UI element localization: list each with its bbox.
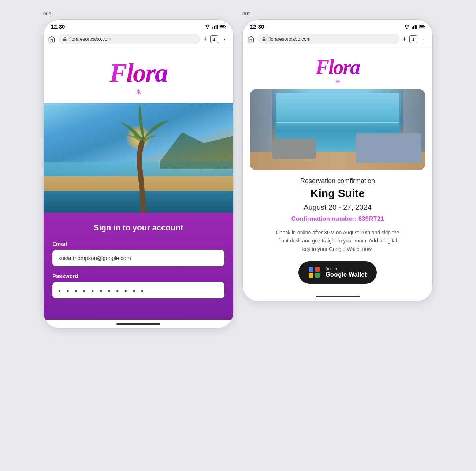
svg-rect-2 [216, 25, 217, 29]
room-image-inner [250, 89, 425, 170]
password-dots: ● ● ● ● ● ● ● ● ● ● ● [58, 288, 146, 293]
status-icons-1 [205, 25, 226, 29]
wallet-name-text: Google Wallet [326, 271, 367, 278]
wallet-icon-yellow [309, 273, 313, 278]
flora-asterisk-1: ✳ [135, 88, 142, 96]
browser-chrome-2: floraresortcabo.com + 1 ⋮ [243, 32, 432, 48]
wallet-icon [309, 267, 320, 278]
home-indicator-1 [44, 320, 233, 328]
url-text-2: floraresortcabo.com [268, 36, 310, 42]
wallet-icon-green [315, 273, 320, 278]
logo-section-2: Flora ✳ [243, 48, 432, 89]
email-input[interactable] [52, 250, 224, 266]
svg-rect-3 [217, 25, 218, 29]
new-tab-icon-2[interactable]: + [402, 36, 406, 42]
date-range: August 20 - 27, 2024 [252, 203, 424, 212]
wallet-text: Add to Google Wallet [326, 266, 367, 279]
wifi-icon [205, 25, 211, 29]
battery-icon [220, 25, 226, 29]
phone-content-2: Flora ✳ [243, 48, 432, 301]
svg-rect-6 [225, 26, 226, 27]
svg-rect-0 [212, 27, 213, 29]
url-text-1: floraresortcabo.com [69, 36, 111, 42]
email-label: Email [52, 241, 224, 247]
status-time-2: 12:30 [250, 23, 264, 30]
address-bar-1[interactable]: floraresortcabo.com [58, 34, 200, 44]
wifi-icon-2 [404, 25, 410, 29]
reservation-content: Reservation comfirmation King Suite Augu… [243, 170, 432, 291]
add-to-wallet-button[interactable]: Add to Google Wallet [298, 261, 377, 284]
flora-logo-2: Flora [316, 57, 360, 77]
svg-rect-9 [413, 26, 414, 29]
status-time-1: 12:30 [51, 23, 65, 30]
svg-rect-8 [412, 27, 413, 29]
wallet-add-to-text: Add to [326, 266, 337, 271]
svg-rect-7 [63, 39, 67, 41]
status-bar-2: 12:30 [243, 20, 432, 32]
sign-in-title: Sign in to your account [52, 223, 224, 233]
new-tab-icon-1[interactable]: + [203, 36, 207, 42]
beach-image [44, 103, 233, 213]
browser-actions-1: + 1 ⋮ [203, 35, 229, 43]
password-input[interactable]: ● ● ● ● ● ● ● ● ● ● ● [52, 282, 224, 298]
phone-content-1: Flora ✳ [44, 48, 233, 328]
lock-icon-1 [63, 37, 67, 41]
screen-label-2: 002 [242, 11, 433, 16]
svg-rect-13 [420, 26, 424, 27]
home-icon-2[interactable] [247, 36, 254, 43]
menu-icon-2[interactable]: ⋮ [420, 36, 428, 43]
tab-count-1[interactable]: 1 [210, 35, 218, 43]
battery-icon-2 [419, 25, 425, 29]
svg-rect-10 [415, 25, 416, 29]
home-bar-1 [116, 323, 160, 325]
status-icons-2 [404, 25, 425, 29]
room-name: King Suite [252, 187, 424, 200]
svg-rect-1 [214, 26, 215, 29]
svg-rect-5 [220, 26, 224, 27]
svg-rect-15 [263, 39, 266, 41]
svg-rect-14 [424, 26, 425, 27]
wallet-icon-blue [309, 267, 313, 272]
signal-icon-2 [412, 25, 417, 29]
browser-actions-2: + 1 ⋮ [402, 35, 428, 43]
svg-rect-11 [416, 25, 417, 29]
home-bar-2 [316, 296, 360, 297]
home-icon-1[interactable] [48, 36, 55, 43]
logo-section-1: Flora ✳ [44, 48, 233, 103]
room-image [250, 89, 425, 170]
password-label: Password [52, 273, 224, 279]
wallet-icon-red [315, 267, 320, 272]
checkin-description: Check in online after 3PM on August 20th… [275, 229, 400, 253]
signal-icon [212, 25, 218, 29]
menu-icon-1[interactable]: ⋮ [221, 36, 229, 43]
home-indicator-2 [243, 291, 432, 301]
confirmation-number: Confirmation number: 839RT21 [252, 215, 424, 223]
login-section: Sign in to your account Email Password ●… [44, 213, 233, 320]
phone-1: 12:30 [43, 19, 234, 329]
lock-icon-2 [262, 37, 266, 41]
flora-asterisk-2: ✳ [335, 78, 340, 85]
phone-2: 12:30 [242, 19, 433, 301]
flora-logo-1: Flora [109, 60, 167, 86]
address-bar-2[interactable]: floraresortcabo.com [257, 34, 399, 44]
screen-label-1: 001 [43, 11, 234, 16]
tab-count-2[interactable]: 1 [409, 35, 417, 43]
reservation-title: Reservation comfirmation [252, 177, 424, 185]
status-bar-1: 12:30 [44, 20, 233, 32]
browser-chrome-1: floraresortcabo.com + 1 ⋮ [44, 32, 233, 48]
